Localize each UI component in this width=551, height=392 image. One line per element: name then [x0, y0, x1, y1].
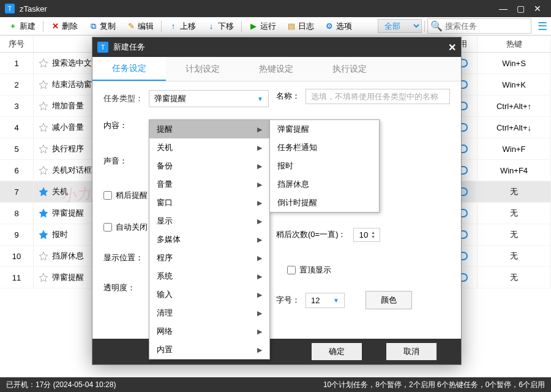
spin-down-icon[interactable]: ▼ [371, 235, 375, 239]
task-name: 报时 [52, 229, 68, 240]
log-button[interactable]: ▤日志 [282, 19, 319, 34]
later-remind-checkbox[interactable]: 稍后提醒 [103, 179, 149, 211]
caret-down-icon: ▼ [333, 297, 339, 304]
chevron-right-icon: ▶ [257, 144, 262, 152]
star-icon[interactable] [39, 208, 48, 218]
chevron-right-icon: ▶ [257, 346, 262, 354]
menu-item[interactable]: 内置▶ [149, 341, 269, 359]
hotkey-cell: Win+S [478, 53, 551, 74]
maximize-button[interactable]: ▢ [512, 4, 529, 13]
menu-item[interactable]: 系统▶ [149, 267, 269, 285]
star-icon[interactable] [39, 273, 48, 282]
tab-2[interactable]: 热键设定 [239, 57, 313, 81]
sound-label: 声音： [103, 143, 149, 179]
menu-item[interactable]: 备份▶ [149, 157, 269, 175]
menu-item[interactable]: 关机▶ [149, 138, 269, 157]
moveup-button[interactable]: ↑上移 [164, 19, 201, 34]
search-icon: 🔍 [430, 20, 443, 32]
cancel-button[interactable]: 取消 [386, 343, 437, 360]
status-left: 已开机：17分 (2024-05-04 10:28) [6, 380, 116, 390]
tab-3[interactable]: 执行设定 [313, 57, 386, 81]
menu-item[interactable]: 音量▶ [149, 175, 269, 194]
scope-select[interactable]: 全部 [378, 19, 422, 33]
app-logo: T [5, 4, 15, 13]
opacity-label: 透明度： [103, 273, 149, 303]
hotkey-cell: 无 [478, 267, 551, 288]
later-count-spinner[interactable]: ▲▼ [353, 228, 380, 242]
submenu-item[interactable]: 弹窗提醒 [270, 120, 379, 138]
arrow-up-icon: ↑ [169, 22, 178, 31]
row-index: 5 [0, 138, 34, 159]
task-name: 关机 [52, 186, 68, 197]
hotkey-cell: 无 [478, 203, 551, 224]
star-icon[interactable] [39, 58, 48, 68]
submenu-item[interactable]: 挡屏休息 [270, 175, 379, 194]
col-index: 序号 [0, 36, 34, 52]
new-task-dialog: T 新建任务 ✕ 任务设定计划设定热键设定执行设定 任务类型： 弹窗提醒 ▼ 内… [92, 37, 462, 365]
menu-item[interactable]: 程序▶ [149, 249, 269, 267]
star-icon[interactable] [39, 123, 48, 132]
chevron-right-icon: ▶ [257, 162, 262, 170]
star-icon[interactable] [39, 251, 48, 261]
copy-button[interactable]: ⧉复制 [84, 19, 121, 34]
topmost-checkbox[interactable]: 置顶显示 [287, 265, 331, 276]
menu-item[interactable]: 网络▶ [149, 322, 269, 341]
tab-0[interactable]: 任务设定 [92, 57, 166, 81]
hotkey-cell: Win+F4 [478, 160, 551, 181]
font-size-select[interactable]: 12 ▼ [305, 293, 345, 308]
status-right: 10个计划任务，8个暂停，2个启用 6个热键任务，0个暂停，6个启用 [323, 380, 545, 390]
task-name: 弹窗提醒 [52, 272, 84, 283]
menu-item[interactable]: 窗口▶ [149, 194, 269, 212]
hotkey-cell: 无 [478, 181, 551, 202]
color-button[interactable]: 颜色 [365, 291, 412, 309]
hotkey-cell: 无 [478, 246, 551, 266]
menu-item[interactable]: 多媒体▶ [149, 230, 269, 249]
name-input[interactable] [305, 89, 450, 104]
listview-icon[interactable]: ☰ [538, 20, 547, 33]
task-name: 结束活动窗 [52, 79, 92, 90]
spin-up-icon[interactable]: ▲ [371, 230, 375, 235]
movedown-button[interactable]: ↓下移 [202, 19, 239, 34]
search-box[interactable]: 🔍 [427, 18, 531, 34]
search-input[interactable] [445, 21, 528, 31]
menu-item[interactable]: 提醒▶ [149, 120, 269, 138]
task-type-select[interactable]: 弹窗提醒 ▼ [149, 90, 269, 107]
pencil-icon: ✎ [127, 22, 135, 31]
edit-button[interactable]: ✎编辑 [122, 19, 159, 34]
menu-item[interactable]: 清理▶ [149, 304, 269, 322]
submenu-item[interactable]: 任务栏通知 [270, 138, 379, 157]
star-icon[interactable] [39, 101, 48, 111]
star-icon[interactable] [39, 165, 48, 175]
new-button[interactable]: +新建 [4, 19, 40, 34]
menu-item[interactable]: 输入▶ [149, 285, 269, 304]
star-icon[interactable] [39, 144, 48, 154]
ok-button[interactable]: 确定 [312, 343, 362, 360]
chevron-right-icon: ▶ [257, 217, 262, 225]
task-name: 增加音量 [52, 100, 84, 111]
dialog-close-button[interactable]: ✕ [448, 42, 456, 53]
submenu-item[interactable]: 倒计时提醒 [270, 194, 379, 212]
star-icon[interactable] [39, 230, 48, 239]
run-button[interactable]: ▶运行 [244, 19, 281, 34]
delete-button[interactable]: ✕删除 [46, 19, 83, 34]
name-label: 名称： [276, 91, 305, 102]
close-button[interactable]: ✕ [529, 4, 546, 13]
menu-item[interactable]: 显示▶ [149, 212, 269, 230]
position-label: 显示位置： [103, 243, 149, 273]
star-icon[interactable] [39, 80, 48, 89]
chevron-right-icon: ▶ [257, 309, 262, 317]
minimize-button[interactable]: — [495, 4, 512, 13]
star-icon[interactable] [39, 187, 48, 197]
hotkey-cell: Ctrl+Alt+↓ [478, 117, 551, 138]
options-button[interactable]: ⚙选项 [320, 19, 357, 34]
dialog-title: 新建任务 [113, 42, 448, 53]
tab-1[interactable]: 计划设定 [166, 57, 239, 81]
submenu-item[interactable]: 报时 [270, 157, 379, 175]
row-index: 3 [0, 96, 34, 116]
task-type-label: 任务类型： [103, 93, 149, 104]
col-hotkey: 热键 [478, 36, 551, 52]
auto-close-checkbox[interactable]: 自动关闭 [103, 211, 149, 243]
content-label: 内容： [103, 108, 149, 143]
hotkey-cell: 无 [478, 224, 551, 245]
list-icon: ▤ [287, 22, 296, 31]
